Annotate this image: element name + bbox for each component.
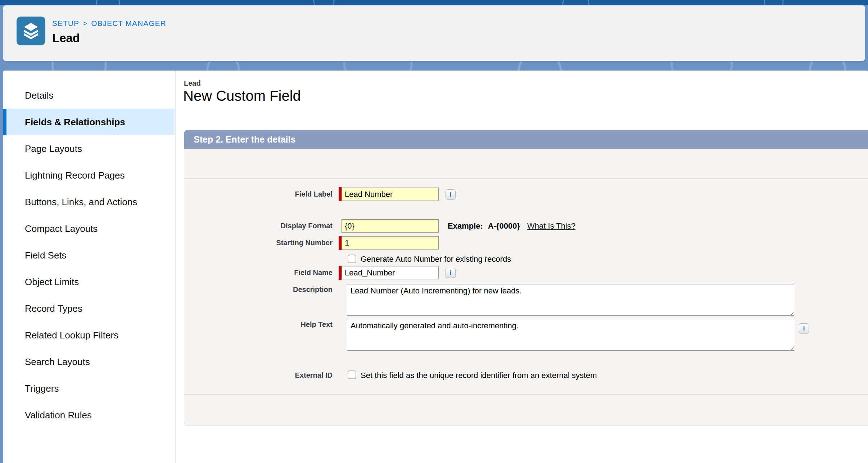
field-name-label: Field Name [184,266,333,279]
starting-number-required-bar [339,236,342,250]
breadcrumb-separator: > [83,19,87,27]
field-label-label: Field Label [184,188,333,201]
sidebar-item-lightning-record-pages[interactable]: Lightning Record Pages [3,162,175,189]
what-is-this-link[interactable]: What Is This? [527,221,575,230]
field-label-info-icon[interactable]: i [446,189,456,199]
breadcrumb-object-manager-link[interactable]: OBJECT MANAGER [91,19,166,27]
main-area: Lead New Custom Field Step 2. Enter the … [175,71,868,463]
sidebar-item-compact-layouts[interactable]: Compact Layouts [3,215,175,242]
field-name-required-bar [339,266,342,280]
layers-icon [21,21,41,41]
display-format-example: Example:A-{0000}What Is This? [448,219,575,233]
external-id-checkbox-label: Set this field as the unique record iden… [361,369,597,382]
example-value: A-{0000} [488,221,520,230]
field-name-info-icon[interactable]: i [446,268,456,278]
help-text-label: Help Text [184,319,333,329]
field-name-input[interactable] [342,266,439,279]
breadcrumb-setup-link[interactable]: SETUP [52,19,79,27]
starting-number-input[interactable] [342,236,439,250]
setup-header-card: SETUP>OBJECT MANAGER Lead [3,5,865,61]
sidebar-item-page-layouts[interactable]: Page Layouts [3,135,175,162]
display-format-input[interactable] [342,219,439,233]
display-format-label: Display Format [184,219,333,233]
field-label-required-bar [339,187,342,201]
help-text-textarea[interactable]: Automatically generated and auto-increme… [347,319,794,351]
starting-number-label: Starting Number [184,236,333,250]
example-label: Example: [448,221,483,230]
page-title: New Custom Field [183,88,301,104]
sidebar-item-object-limits[interactable]: Object Limits [3,269,175,295]
sidebar-item-buttons-links-actions[interactable]: Buttons, Links, and Actions [3,189,175,215]
sidebar-item-related-lookup-filters[interactable]: Related Lookup Filters [3,322,175,349]
panel-subdivider [184,178,868,179]
help-text-info-icon[interactable]: i [799,323,809,333]
sidebar-item-fields-relationships[interactable]: Fields & Relationships [3,109,175,135]
step-header: Step 2. Enter the details [184,130,868,149]
sidebar-item-validation-rules[interactable]: Validation Rules [3,402,175,428]
object-manager-icon [17,17,45,45]
external-id-checkbox[interactable] [348,370,356,379]
sidebar-item-triggers[interactable]: Triggers [3,375,175,402]
object-title: Lead [52,31,80,45]
description-label: Description [184,284,333,295]
object-manager-sidebar: Details Fields & Relationships Page Layo… [3,82,175,428]
generate-auto-number-label: Generate Auto Number for existing record… [361,252,511,266]
sidebar-item-details[interactable]: Details [3,82,175,109]
content-panel: Details Fields & Relationships Page Layo… [3,71,868,463]
external-id-label: External ID [184,369,333,382]
field-label-input[interactable] [342,188,439,201]
top-browser-strip [0,0,868,5]
new-custom-field-step-panel: Step 2. Enter the details Field Label i … [184,130,868,426]
breadcrumb: SETUP>OBJECT MANAGER [52,19,166,28]
sidebar-item-search-layouts[interactable]: Search Layouts [3,349,175,375]
panel-footer-divider [184,394,868,395]
description-textarea[interactable]: Lead Number (Auto Incrementing) for new … [347,284,794,316]
sidebar-item-field-sets[interactable]: Field Sets [3,242,175,269]
object-context-label: Lead [184,79,201,87]
generate-auto-number-checkbox[interactable] [348,255,356,263]
sidebar-item-record-types[interactable]: Record Types [3,295,175,322]
